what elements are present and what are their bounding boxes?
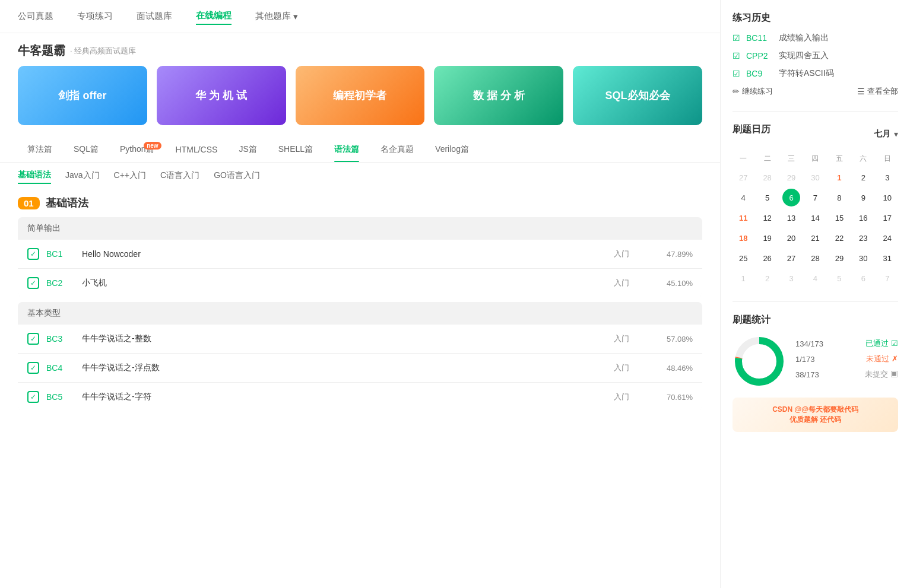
card-dataanalysis[interactable]: 数 据 分 析: [434, 66, 563, 125]
cal-day-w4d3[interactable]: 20: [782, 229, 800, 247]
cal-day-w5d2[interactable]: 26: [759, 249, 776, 267]
tab-bar: 算法篇 SQL篇 Python篇 new HTML/CSS JS篇 SHELL篇…: [0, 137, 720, 163]
tab-python[interactable]: Python篇 new: [110, 137, 164, 162]
stats-section: 刷题统计 134/173 已通过: [733, 314, 898, 388]
problem-row-bc2[interactable]: ✓ BC2 小飞机 入门 45.10%: [18, 269, 702, 297]
cal-day-w6d7[interactable]: 7: [879, 269, 896, 287]
chevron-down-icon-calendar[interactable]: ▾: [894, 129, 898, 139]
cal-day-w3d2[interactable]: 12: [759, 209, 776, 227]
cal-day-w1d4[interactable]: 30: [806, 169, 824, 186]
view-all-button[interactable]: ☰ 查看全部: [857, 86, 898, 97]
subtab-java[interactable]: Java入门: [65, 170, 100, 183]
cal-day-w4d6[interactable]: 23: [854, 229, 872, 247]
cal-head-sat: 六: [852, 151, 874, 166]
cal-day-w4d2[interactable]: 19: [759, 229, 776, 247]
cal-head-wed: 三: [781, 151, 802, 166]
problem-group-1: 简单输出 ✓ BC1 Hello Nowcoder 入门 47.89% ✓ BC…: [18, 217, 702, 297]
cal-day-w1d5[interactable]: 1: [830, 169, 848, 186]
history-name-bc11: 成绩输入输出: [779, 33, 829, 43]
cal-day-w1d1[interactable]: 27: [734, 169, 752, 186]
cal-day-w2d7[interactable]: 10: [879, 189, 896, 206]
history-title: 练习历史: [733, 12, 898, 24]
card-beginner[interactable]: 编程初学者: [296, 66, 425, 125]
cal-day-w2d5[interactable]: 8: [830, 189, 848, 206]
cal-day-w4d7[interactable]: 24: [879, 229, 896, 247]
check-bc5: ✓: [27, 391, 39, 403]
history-section: 练习历史 ☑ BC11 成绩输入输出 ☑ CPP2 实现四舍五入 ☑ BC9 字…: [733, 12, 898, 97]
card-sql[interactable]: SQL必知必会: [573, 66, 702, 125]
problem-name-bc1: Hello Nowcoder: [82, 249, 598, 259]
problem-row-bc1[interactable]: ✓ BC1 Hello Nowcoder 入门 47.89%: [18, 240, 702, 269]
cal-day-w1d3[interactable]: 29: [782, 169, 800, 186]
card-huawei[interactable]: 华 为 机 试: [157, 66, 286, 125]
cal-day-w2d6[interactable]: 9: [854, 189, 872, 206]
tab-grammar[interactable]: 语法篇: [325, 137, 369, 162]
problem-row-bc4[interactable]: ✓ BC4 牛牛学说话之-浮点数 入门 48.46%: [18, 354, 702, 383]
cal-day-today[interactable]: 6: [782, 189, 800, 206]
cal-day-w6d6[interactable]: 6: [854, 269, 872, 287]
check-bc1: ✓: [27, 248, 39, 260]
subtab-basic[interactable]: 基础语法: [18, 170, 51, 184]
nav-item-interview[interactable]: 面试题库: [137, 8, 172, 24]
cal-day-w5d4[interactable]: 28: [806, 249, 824, 267]
cal-day-w3d6[interactable]: 16: [854, 209, 872, 227]
nav-item-online[interactable]: 在线编程: [196, 8, 232, 25]
legend-passed: 134/173 已通过 ☑: [795, 338, 898, 349]
history-item-bc11: ☑ BC11 成绩输入输出: [733, 33, 898, 43]
cal-day-w1d7[interactable]: 3: [879, 169, 896, 186]
nav-item-special[interactable]: 专项练习: [77, 8, 113, 24]
group-header-1: 简单输出: [18, 217, 702, 240]
cal-day-w6d2[interactable]: 2: [759, 269, 776, 287]
cal-day-w1d2[interactable]: 28: [759, 169, 776, 186]
cal-day-w6d4[interactable]: 4: [806, 269, 824, 287]
cal-day-w6d3[interactable]: 3: [782, 269, 800, 287]
cal-day-w4d5[interactable]: 22: [830, 229, 848, 247]
problem-row-bc3[interactable]: ✓ BC3 牛牛学说话之-整数 入门 57.08%: [18, 325, 702, 354]
month-selector[interactable]: 七月 ▾: [874, 129, 898, 139]
problem-row-bc5[interactable]: ✓ BC5 牛牛学说话之-字符 入门 70.61%: [18, 383, 702, 411]
cal-day-w5d3[interactable]: 27: [782, 249, 800, 267]
csdn-banner[interactable]: CSDN @@每天都要敲代码 优质题解 还代码: [733, 398, 898, 432]
subtab-cpp[interactable]: C++入门: [114, 170, 146, 183]
cal-day-w5d6[interactable]: 30: [854, 249, 872, 267]
tab-js[interactable]: JS篇: [229, 137, 266, 162]
tab-algo[interactable]: 算法篇: [18, 137, 62, 162]
cal-day-w4d1[interactable]: 18: [734, 229, 752, 247]
cal-day-w6d1[interactable]: 1: [734, 269, 752, 287]
cal-day-w4d4[interactable]: 21: [806, 229, 824, 247]
history-actions: ✏ 继续练习 ☰ 查看全部: [733, 86, 898, 97]
legend-failed: 1/173 未通过 ✗: [795, 354, 898, 364]
cal-day-w3d1[interactable]: 11: [734, 209, 752, 227]
dash-pending-icon: ▣: [890, 370, 898, 379]
cal-day-w3d5[interactable]: 15: [830, 209, 848, 227]
cal-day-w3d3[interactable]: 13: [782, 209, 800, 227]
nav-item-company[interactable]: 公司真题: [18, 8, 53, 24]
stats-legend: 134/173 已通过 ☑ 1/173 未通过 ✗: [795, 338, 898, 384]
tab-famous[interactable]: 名企真题: [371, 137, 423, 162]
subtab-c[interactable]: C语言入门: [160, 170, 199, 183]
cal-head-thu: 四: [804, 151, 826, 166]
cal-day-w2d1[interactable]: 4: [734, 189, 752, 206]
brand-main: 牛客题霸: [18, 43, 65, 59]
cal-day-w5d7[interactable]: 31: [879, 249, 896, 267]
cal-day-w5d5[interactable]: 29: [830, 249, 848, 267]
subtab-go[interactable]: GO语言入门: [214, 170, 260, 183]
tab-html[interactable]: HTML/CSS: [166, 138, 227, 161]
problem-level-bc2: 入门: [598, 278, 645, 288]
cal-day-w6d5[interactable]: 5: [830, 269, 848, 287]
nav-item-other[interactable]: 其他题库 ▾: [255, 8, 298, 24]
continue-practice-button[interactable]: ✏ 继续练习: [733, 86, 773, 97]
cal-day-w2d2[interactable]: 5: [759, 189, 776, 206]
tab-sql[interactable]: SQL篇: [64, 137, 108, 162]
cal-day-w5d1[interactable]: 25: [734, 249, 752, 267]
cal-day-w3d7[interactable]: 17: [879, 209, 896, 227]
cal-day-w1d6[interactable]: 2: [854, 169, 872, 186]
tab-verilog[interactable]: Verilog篇: [426, 137, 478, 162]
history-name-cpp2: 实现四舍五入: [779, 50, 829, 61]
cal-day-w2d4[interactable]: 7: [806, 189, 824, 206]
card-jianzhi[interactable]: 剑指 offer: [18, 66, 147, 125]
card-grid: 剑指 offer 华 为 机 试 编程初学者 数 据 分 析 SQL必知必会: [18, 66, 702, 125]
cal-day-w3d4[interactable]: 14: [806, 209, 824, 227]
donut-chart: [733, 335, 786, 388]
tab-shell[interactable]: SHELL篇: [269, 137, 322, 162]
